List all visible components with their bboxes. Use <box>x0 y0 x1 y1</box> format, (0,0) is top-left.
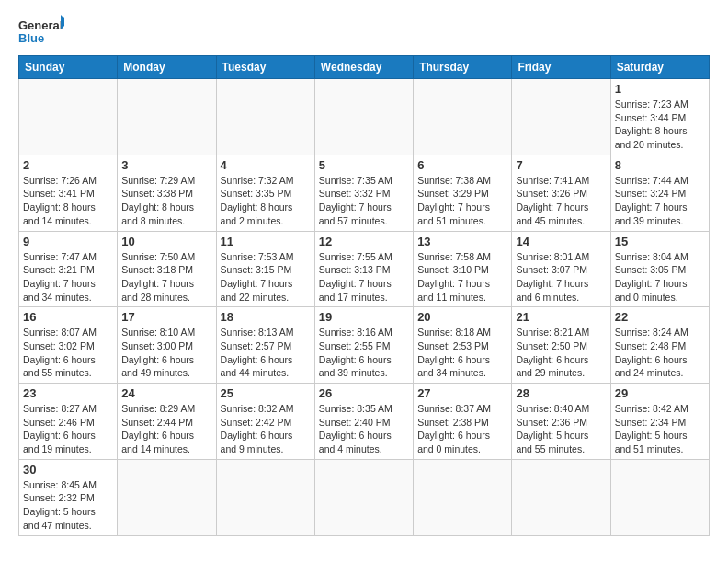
calendar-cell: 14Sunrise: 8:01 AM Sunset: 3:07 PM Dayli… <box>512 231 610 307</box>
day-info: Sunrise: 8:07 AM Sunset: 3:02 PM Dayligh… <box>23 326 113 380</box>
day-number: 4 <box>221 158 311 172</box>
calendar-cell: 20Sunrise: 8:18 AM Sunset: 2:53 PM Dayli… <box>414 307 512 384</box>
day-number: 25 <box>221 386 311 400</box>
calendar-cell: 2Sunrise: 7:26 AM Sunset: 3:41 PM Daylig… <box>19 155 118 231</box>
day-info: Sunrise: 8:32 AM Sunset: 2:42 PM Dayligh… <box>221 402 311 456</box>
day-info: Sunrise: 7:50 AM Sunset: 3:18 PM Dayligh… <box>121 250 211 304</box>
calendar-cell <box>610 459 709 535</box>
calendar-cell: 11Sunrise: 7:53 AM Sunset: 3:15 PM Dayli… <box>216 231 314 307</box>
day-number: 11 <box>221 235 311 248</box>
day-info: Sunrise: 8:10 AM Sunset: 3:00 PM Dayligh… <box>121 326 211 380</box>
day-info: Sunrise: 7:23 AM Sunset: 3:44 PM Dayligh… <box>615 98 705 152</box>
day-info: Sunrise: 8:40 AM Sunset: 2:36 PM Dayligh… <box>516 402 606 456</box>
day-number: 26 <box>319 386 409 400</box>
calendar-cell <box>414 459 512 535</box>
day-number: 20 <box>417 310 507 324</box>
day-number: 23 <box>23 386 113 400</box>
calendar-cell: 21Sunrise: 8:21 AM Sunset: 2:50 PM Dayli… <box>512 307 610 384</box>
day-number: 6 <box>417 158 507 172</box>
calendar-cell: 8Sunrise: 7:44 AM Sunset: 3:24 PM Daylig… <box>610 155 709 231</box>
calendar-cell: 19Sunrise: 8:16 AM Sunset: 2:55 PM Dayli… <box>314 307 413 384</box>
calendar-week-5: 23Sunrise: 8:27 AM Sunset: 2:46 PM Dayli… <box>19 384 710 460</box>
day-number: 3 <box>121 158 211 172</box>
day-info: Sunrise: 8:21 AM Sunset: 2:50 PM Dayligh… <box>516 326 606 380</box>
weekday-header-monday: Monday <box>118 56 216 79</box>
calendar-cell <box>512 459 610 535</box>
weekday-header-saturday: Saturday <box>610 56 709 79</box>
calendar-week-3: 9Sunrise: 7:47 AM Sunset: 3:21 PM Daylig… <box>19 231 710 307</box>
day-number: 19 <box>319 310 409 324</box>
calendar-cell: 10Sunrise: 7:50 AM Sunset: 3:18 PM Dayli… <box>118 231 216 307</box>
calendar-cell <box>118 79 216 155</box>
calendar-cell: 17Sunrise: 8:10 AM Sunset: 3:00 PM Dayli… <box>118 307 216 384</box>
calendar-week-6: 30Sunrise: 8:45 AM Sunset: 2:32 PM Dayli… <box>19 459 710 535</box>
day-info: Sunrise: 8:29 AM Sunset: 2:44 PM Dayligh… <box>121 402 211 456</box>
day-info: Sunrise: 8:18 AM Sunset: 2:53 PM Dayligh… <box>417 326 507 380</box>
day-info: Sunrise: 8:13 AM Sunset: 2:57 PM Dayligh… <box>221 326 311 380</box>
day-number: 9 <box>23 235 113 248</box>
day-info: Sunrise: 7:55 AM Sunset: 3:13 PM Dayligh… <box>319 250 409 304</box>
day-info: Sunrise: 7:35 AM Sunset: 3:32 PM Dayligh… <box>319 174 409 228</box>
day-info: Sunrise: 8:24 AM Sunset: 2:48 PM Dayligh… <box>615 326 705 380</box>
day-info: Sunrise: 8:01 AM Sunset: 3:07 PM Dayligh… <box>516 250 606 304</box>
day-info: Sunrise: 8:45 AM Sunset: 2:32 PM Dayligh… <box>23 478 113 533</box>
day-number: 21 <box>516 310 606 324</box>
calendar-cell <box>512 79 610 155</box>
weekday-header-thursday: Thursday <box>414 56 512 79</box>
day-number: 17 <box>121 310 211 324</box>
calendar-cell: 24Sunrise: 8:29 AM Sunset: 2:44 PM Dayli… <box>118 384 216 460</box>
day-number: 16 <box>23 310 113 324</box>
weekday-header-wednesday: Wednesday <box>314 56 413 79</box>
day-number: 29 <box>615 386 705 400</box>
weekday-header-friday: Friday <box>512 56 610 79</box>
day-number: 14 <box>516 235 606 248</box>
day-number: 8 <box>615 158 705 172</box>
calendar-cell: 15Sunrise: 8:04 AM Sunset: 3:05 PM Dayli… <box>610 231 709 307</box>
calendar-cell: 12Sunrise: 7:55 AM Sunset: 3:13 PM Dayli… <box>314 231 413 307</box>
calendar-cell: 28Sunrise: 8:40 AM Sunset: 2:36 PM Dayli… <box>512 384 610 460</box>
calendar-cell: 3Sunrise: 7:29 AM Sunset: 3:38 PM Daylig… <box>118 155 216 231</box>
svg-text:General: General <box>18 18 63 32</box>
day-info: Sunrise: 8:04 AM Sunset: 3:05 PM Dayligh… <box>615 250 705 304</box>
calendar-cell: 23Sunrise: 8:27 AM Sunset: 2:46 PM Dayli… <box>19 384 118 460</box>
day-number: 15 <box>615 235 705 248</box>
header: General Blue <box>18 15 710 48</box>
calendar-cell <box>414 79 512 155</box>
logo-svg: General Blue <box>18 15 64 48</box>
calendar-cell: 9Sunrise: 7:47 AM Sunset: 3:21 PM Daylig… <box>19 231 118 307</box>
logo: General Blue <box>18 15 64 48</box>
weekday-header-sunday: Sunday <box>19 56 118 79</box>
day-number: 28 <box>516 386 606 400</box>
day-info: Sunrise: 7:26 AM Sunset: 3:41 PM Dayligh… <box>23 174 113 228</box>
calendar-cell: 6Sunrise: 7:38 AM Sunset: 3:29 PM Daylig… <box>414 155 512 231</box>
day-info: Sunrise: 7:44 AM Sunset: 3:24 PM Dayligh… <box>615 174 705 228</box>
day-number: 13 <box>417 235 507 248</box>
day-info: Sunrise: 7:38 AM Sunset: 3:29 PM Dayligh… <box>417 174 507 228</box>
svg-marker-2 <box>61 15 64 29</box>
calendar-cell: 22Sunrise: 8:24 AM Sunset: 2:48 PM Dayli… <box>610 307 709 384</box>
day-number: 12 <box>319 235 409 248</box>
calendar-cell: 7Sunrise: 7:41 AM Sunset: 3:26 PM Daylig… <box>512 155 610 231</box>
day-info: Sunrise: 7:32 AM Sunset: 3:35 PM Dayligh… <box>221 174 311 228</box>
calendar: SundayMondayTuesdayWednesdayThursdayFrid… <box>18 55 710 536</box>
calendar-cell: 26Sunrise: 8:35 AM Sunset: 2:40 PM Dayli… <box>314 384 413 460</box>
day-info: Sunrise: 8:37 AM Sunset: 2:38 PM Dayligh… <box>417 402 507 456</box>
day-info: Sunrise: 8:27 AM Sunset: 2:46 PM Dayligh… <box>23 402 113 456</box>
calendar-cell: 27Sunrise: 8:37 AM Sunset: 2:38 PM Dayli… <box>414 384 512 460</box>
day-number: 22 <box>615 310 705 324</box>
day-number: 5 <box>319 158 409 172</box>
day-info: Sunrise: 8:16 AM Sunset: 2:55 PM Dayligh… <box>319 326 409 380</box>
calendar-cell: 5Sunrise: 7:35 AM Sunset: 3:32 PM Daylig… <box>314 155 413 231</box>
day-number: 30 <box>23 463 113 477</box>
day-info: Sunrise: 7:29 AM Sunset: 3:38 PM Dayligh… <box>121 174 211 228</box>
calendar-week-1: 1Sunrise: 7:23 AM Sunset: 3:44 PM Daylig… <box>19 79 710 155</box>
calendar-cell <box>118 459 216 535</box>
calendar-cell: 25Sunrise: 8:32 AM Sunset: 2:42 PM Dayli… <box>216 384 314 460</box>
day-number: 7 <box>516 158 606 172</box>
day-number: 2 <box>23 158 113 172</box>
svg-text:Blue: Blue <box>18 31 44 45</box>
day-number: 1 <box>615 82 705 96</box>
day-info: Sunrise: 7:58 AM Sunset: 3:10 PM Dayligh… <box>417 250 507 304</box>
calendar-week-2: 2Sunrise: 7:26 AM Sunset: 3:41 PM Daylig… <box>19 155 710 231</box>
day-info: Sunrise: 8:35 AM Sunset: 2:40 PM Dayligh… <box>319 402 409 456</box>
